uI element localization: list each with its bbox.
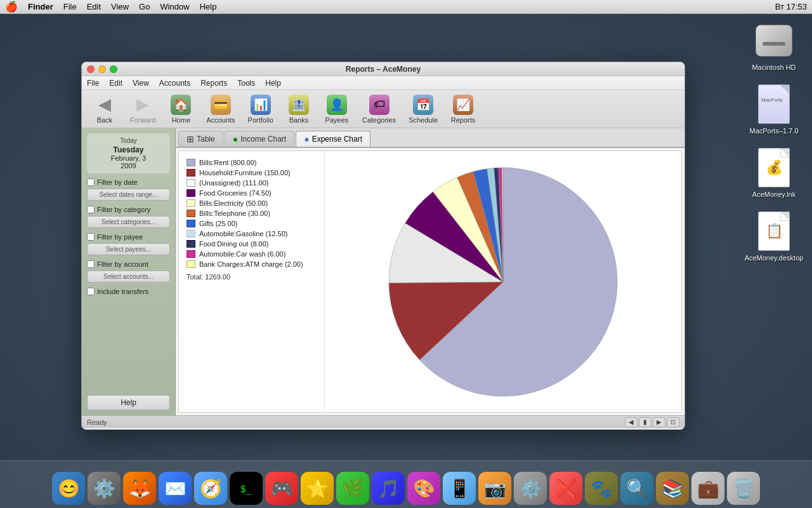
app-menu-file[interactable]: File	[87, 79, 99, 88]
portfolio-button[interactable]: 📊 Portfolio	[243, 92, 278, 126]
reports-label: Reports	[451, 116, 476, 124]
legend-label-9: Automobile:Car wash (6.00)	[199, 250, 285, 258]
categories-label: Categories	[362, 116, 396, 124]
filter-category-checkbox[interactable]	[87, 206, 95, 213]
desktop-icon-macports[interactable]: MacPorts MacPorts–1.7.0	[749, 84, 799, 135]
apple-menu[interactable]: 🍎	[5, 1, 18, 13]
tab-table[interactable]: ⊞ Table	[178, 131, 223, 147]
desktop-icon-macintosh-hd[interactable]: Macintosh HD	[749, 20, 799, 71]
reports-button[interactable]: 📈 Reports	[445, 92, 481, 126]
payees-button[interactable]: 👤 Payees	[319, 92, 355, 126]
dock-finder[interactable]: 😊	[52, 472, 85, 505]
today-label: Today	[91, 137, 166, 144]
select-accounts-button[interactable]: Select accounts...	[87, 271, 170, 283]
schedule-button[interactable]: 📅 Schedule	[403, 92, 443, 126]
dock-safari[interactable]: 🧭	[194, 472, 227, 505]
desktop-icon-acemoney-lnk[interactable]: 💰 AceMoney.lnk	[749, 147, 799, 198]
minimize-button[interactable]	[98, 65, 106, 73]
maximize-button[interactable]	[110, 65, 117, 73]
dock-terminal[interactable]: $_	[230, 472, 263, 505]
desktop-icon-label-acemoney-lnk: AceMoney.lnk	[752, 190, 796, 198]
filter-payee-label[interactable]: Filter by payee	[87, 233, 170, 241]
banks-button[interactable]: 🏦 Banks	[281, 92, 317, 126]
legend-label-7: Automobile:Gasoline (12.50)	[199, 230, 287, 237]
dock-app-10[interactable]: 📷	[478, 472, 511, 505]
legend-swatch-3	[187, 189, 195, 197]
filter-payee-checkbox[interactable]	[87, 233, 95, 241]
accounts-label: Accounts	[206, 116, 235, 124]
menubar-go[interactable]: Go	[139, 2, 150, 11]
dock-app-15[interactable]: 📚	[656, 472, 689, 505]
menubar-view[interactable]: View	[111, 2, 129, 11]
statusbar: Ready ◀ ▮ ▶ ⊡	[82, 415, 684, 428]
app-menubar: File Edit View Accounts Reports Tools He…	[82, 76, 684, 90]
home-button[interactable]: 🏠 Home	[163, 92, 199, 126]
filter-category-label[interactable]: Filter by category	[87, 206, 170, 213]
legend-label-5: Bills:Telephone (30.00)	[199, 210, 270, 217]
toolbar: ◀ Back ▶ Forward 🏠 Home 💳 Accounts	[82, 90, 684, 128]
desktop-icon-acemoney-desktop[interactable]: 📋 AceMoney.desktop	[749, 211, 799, 262]
menubar-help[interactable]: Help	[200, 2, 217, 11]
include-transfers-label[interactable]: Include transfers	[87, 288, 170, 295]
accounts-button[interactable]: 💳 Accounts	[201, 92, 240, 126]
categories-button[interactable]: 🏷 Categories	[357, 92, 401, 126]
select-categories-button[interactable]: Select categories...	[87, 216, 170, 228]
expense-chart-label: Expense Chart	[312, 135, 362, 144]
tab-income-chart[interactable]: ● Income Chart	[225, 131, 295, 147]
table-tab-label: Table	[197, 135, 215, 144]
filter-account-label[interactable]: Filter by account	[87, 260, 170, 268]
app-menu-view[interactable]: View	[133, 79, 149, 88]
menubar-window[interactable]: Window	[160, 2, 189, 11]
menubar-file[interactable]: File	[63, 2, 77, 11]
dock-app-14[interactable]: 🔍	[620, 472, 653, 505]
dock-app-8[interactable]: 🎨	[407, 472, 440, 505]
dock-app-7[interactable]: 🎵	[372, 472, 405, 505]
tabs: ⊞ Table ● Income Chart ● Expense Chart	[176, 128, 684, 148]
nav-left-button[interactable]: ◀	[625, 417, 638, 427]
dock-app-4[interactable]: 🎮	[265, 472, 298, 505]
help-button[interactable]: Help	[87, 395, 170, 410]
legend-item-6: Gifts (25.00)	[187, 220, 317, 227]
back-button[interactable]: ◀ Back	[87, 92, 122, 126]
dock-system-prefs[interactable]: ⚙️	[88, 472, 121, 505]
dock-app-6[interactable]: 🌿	[336, 472, 369, 505]
table-tab-icon: ⊞	[187, 134, 194, 144]
filter-date-label[interactable]: Filter by date	[87, 178, 170, 186]
system-clock: Вт 17:53	[775, 2, 807, 11]
tab-expense-chart[interactable]: ● Expense Chart	[296, 131, 370, 147]
forward-button[interactable]: ▶ Forward	[125, 92, 160, 126]
dock-app-5[interactable]: ⭐	[301, 472, 334, 505]
select-dates-button[interactable]: Select dates range...	[87, 189, 170, 201]
app-menu-tools[interactable]: Tools	[237, 79, 255, 88]
dock-app-9[interactable]: 📱	[443, 472, 476, 505]
filter-account-checkbox[interactable]	[87, 260, 95, 268]
desktop: Macintosh HD MacPorts MacPorts–1.7.0 💰 A…	[0, 14, 812, 508]
app-menu-accounts[interactable]: Accounts	[159, 79, 190, 88]
main-panel: ⊞ Table ● Income Chart ● Expense Chart	[176, 128, 684, 415]
filter-date-checkbox[interactable]	[87, 178, 95, 186]
dock-app-11[interactable]: ⚙️	[514, 472, 547, 505]
dock-app-16[interactable]: 💼	[691, 472, 724, 505]
app-menu-reports[interactable]: Reports	[200, 79, 227, 88]
select-payees-button[interactable]: Select payees...	[87, 243, 170, 255]
dock-firefox[interactable]: 🦊	[123, 472, 156, 505]
nav-right-button[interactable]: ▶	[653, 417, 665, 427]
date-date: February, 3	[91, 154, 166, 162]
home-label: Home	[172, 116, 190, 124]
include-transfers-checkbox[interactable]	[87, 288, 95, 295]
menubar-edit[interactable]: Edit	[87, 2, 101, 11]
filter-date-section: Filter by date Select dates range...	[87, 178, 170, 201]
nav-middle-button[interactable]: ▮	[639, 417, 652, 427]
dock-mail[interactable]: ✉️	[159, 472, 192, 505]
content-area: Today Tuesday February, 3 2009 Filter by…	[82, 128, 684, 415]
legend-swatch-9	[187, 250, 195, 258]
nav-expand-button[interactable]: ⊡	[667, 417, 679, 427]
app-menu-help[interactable]: Help	[265, 79, 281, 88]
income-chart-icon: ●	[233, 134, 238, 144]
dock-app-12[interactable]: ❌	[549, 472, 582, 505]
dock-trash[interactable]: 🗑️	[727, 472, 760, 505]
app-menu-edit[interactable]: Edit	[109, 79, 122, 88]
close-button[interactable]	[87, 65, 95, 73]
menubar-finder[interactable]: Finder	[28, 2, 53, 11]
dock-app-13[interactable]: 🐾	[585, 472, 618, 505]
